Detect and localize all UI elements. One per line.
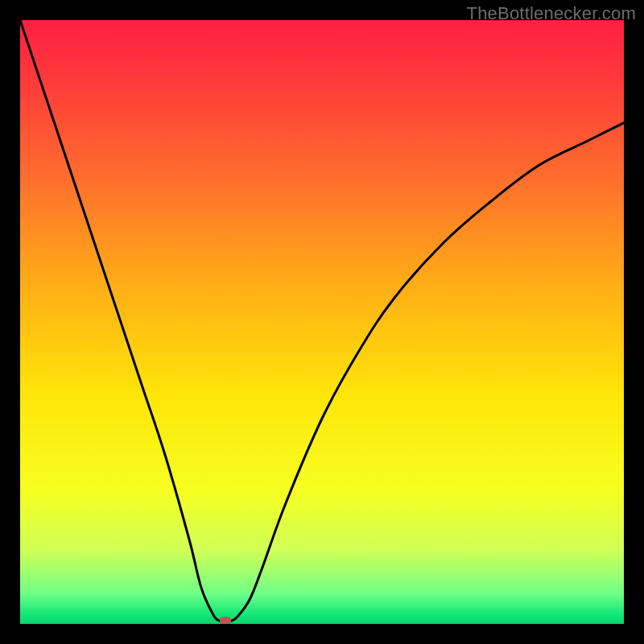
watermark-text: TheBottlenecker.com (467, 3, 636, 24)
plot-area (20, 20, 624, 624)
minimum-marker (220, 617, 231, 625)
bottleneck-curve (20, 20, 624, 622)
chart-stage: TheBottlenecker.com (0, 0, 644, 644)
curve-layer (20, 20, 624, 624)
